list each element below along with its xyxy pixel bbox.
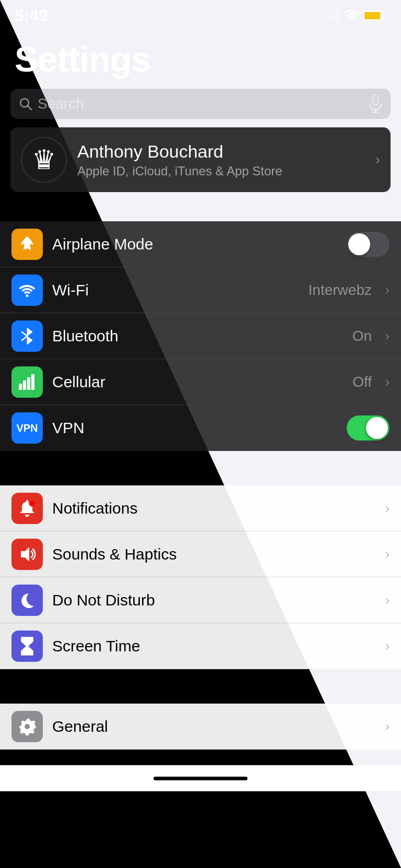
wifi-icon — [18, 283, 36, 298]
do-not-disturb-label: Do Not Disturb — [52, 591, 376, 609]
general-settings-section: General › — [0, 704, 401, 750]
vpn-label: VPN — [52, 419, 337, 437]
network-settings-section: Airplane Mode Wi-Fi Interwebz › — [0, 221, 401, 451]
account-row[interactable]: ♛ Anthony Bouchard Apple ID, iCloud, iTu… — [10, 127, 391, 192]
home-indicator — [0, 765, 401, 791]
wifi-value: Interwebz — [309, 282, 372, 299]
vpn-icon-box: VPN — [11, 412, 43, 444]
system-settings-list: Notifications › Sounds & Haptics › — [0, 485, 401, 669]
search-bar[interactable] — [10, 89, 391, 119]
moon-icon — [19, 591, 35, 609]
notifications-icon-box — [11, 493, 43, 524]
avatar: ♛ — [21, 137, 67, 183]
settings-row-notifications[interactable]: Notifications › — [0, 485, 401, 531]
svg-rect-9 — [23, 381, 26, 390]
page-title: Settings — [15, 39, 386, 79]
do-not-disturb-icon-box — [11, 585, 43, 616]
svg-marker-14 — [21, 547, 29, 562]
airplane-mode-icon-box — [11, 229, 43, 260]
notifications-label: Notifications — [52, 500, 376, 517]
bluetooth-value: On — [352, 328, 372, 344]
general-chevron: › — [385, 719, 390, 734]
home-bar — [154, 777, 247, 780]
screen-time-chevron: › — [385, 639, 390, 653]
settings-row-airplane-mode[interactable]: Airplane Mode — [0, 221, 401, 267]
svg-point-13 — [30, 501, 35, 506]
search-icon — [19, 97, 32, 111]
settings-row-bluetooth[interactable]: Bluetooth On › — [0, 313, 401, 359]
account-chevron: › — [375, 151, 380, 168]
sounds-chevron: › — [385, 547, 390, 562]
general-label: General — [52, 718, 376, 735]
wifi-icon-box — [11, 275, 43, 306]
account-info: Anthony Bouchard Apple ID, iCloud, iTune… — [77, 141, 365, 179]
bluetooth-icon-box — [11, 320, 43, 352]
network-settings-list: Airplane Mode Wi-Fi Interwebz › — [0, 221, 401, 451]
cellular-label: Cellular — [52, 373, 343, 391]
airplane-mode-toggle[interactable] — [347, 232, 390, 257]
sounds-icon — [18, 545, 37, 564]
svg-point-16 — [25, 724, 30, 729]
cellular-value: Off — [352, 374, 372, 390]
settings-row-do-not-disturb[interactable]: Do Not Disturb › — [0, 577, 401, 623]
general-settings-list: General › — [0, 704, 401, 750]
svg-rect-8 — [19, 384, 22, 390]
cellular-chevron: › — [385, 375, 390, 389]
account-subtitle: Apple ID, iCloud, iTunes & App Store — [77, 164, 365, 179]
battery-status-icon — [363, 10, 386, 21]
system-settings-section: Notifications › Sounds & Haptics › — [0, 485, 401, 669]
airplane-mode-label: Airplane Mode — [52, 235, 337, 253]
airplane-icon — [18, 235, 36, 253]
svg-rect-1 — [383, 14, 385, 18]
account-name: Anthony Bouchard — [77, 141, 365, 162]
do-not-disturb-chevron: › — [385, 593, 390, 608]
svg-rect-2 — [364, 12, 380, 19]
bluetooth-icon — [21, 327, 33, 346]
svg-rect-5 — [373, 96, 378, 105]
hourglass-icon — [20, 636, 34, 656]
general-icon-box — [11, 711, 43, 742]
bluetooth-label: Bluetooth — [52, 327, 343, 345]
svg-rect-10 — [27, 377, 30, 390]
notifications-chevron: › — [385, 501, 390, 516]
wifi-chevron: › — [385, 283, 390, 298]
settings-row-screen-time[interactable]: Screen Time › — [0, 623, 401, 669]
bluetooth-chevron: › — [385, 329, 390, 343]
status-bar: 5:49 — [0, 0, 401, 28]
status-icons — [322, 10, 386, 21]
large-title-section: Settings — [0, 28, 401, 85]
microphone-icon[interactable] — [369, 95, 382, 113]
gear-icon — [18, 718, 36, 735]
settings-row-cellular[interactable]: Cellular Off › — [0, 359, 401, 405]
settings-row-general[interactable]: General › — [0, 704, 401, 750]
wifi-status-icon — [344, 10, 359, 21]
wifi-label: Wi-Fi — [52, 281, 299, 299]
vpn-toggle[interactable] — [347, 415, 390, 441]
vpn-text-label: VPN — [12, 421, 42, 436]
screen-time-label: Screen Time — [52, 637, 376, 655]
sounds-icon-box — [11, 539, 43, 570]
signal-icon — [322, 10, 339, 21]
cellular-icon-box — [11, 366, 43, 398]
screen-time-icon-box — [11, 631, 43, 662]
airplane-mode-toggle-knob — [348, 233, 370, 255]
vpn-toggle-knob — [366, 417, 388, 439]
status-time: 5:49 — [15, 6, 48, 26]
settings-row-vpn[interactable]: VPN VPN — [0, 405, 401, 451]
notifications-icon — [19, 499, 36, 518]
settings-row-wifi[interactable]: Wi-Fi Interwebz › — [0, 267, 401, 313]
cellular-icon — [18, 373, 36, 391]
svg-rect-11 — [31, 374, 34, 390]
sounds-label: Sounds & Haptics — [52, 545, 376, 563]
settings-row-sounds[interactable]: Sounds & Haptics › — [0, 531, 401, 577]
search-bar-wrapper — [0, 85, 401, 127]
svg-line-4 — [28, 106, 31, 110]
search-input[interactable] — [38, 96, 363, 112]
